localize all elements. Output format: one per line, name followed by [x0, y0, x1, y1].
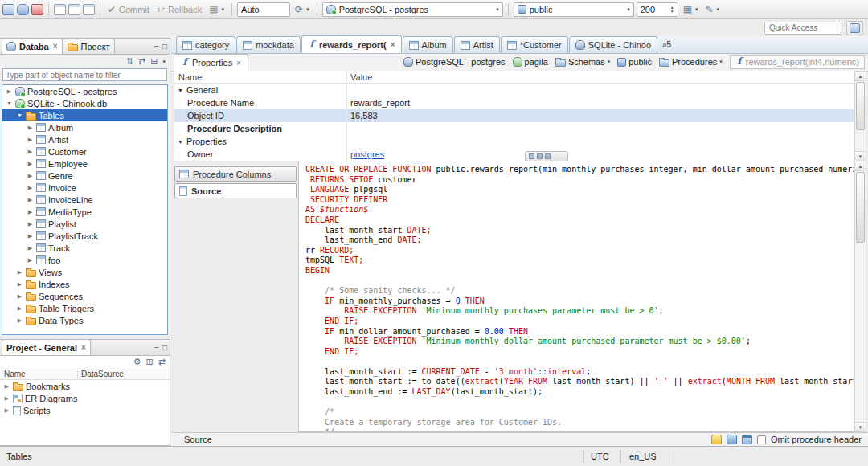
- tree-expand-arrow[interactable]: ▶: [27, 125, 34, 131]
- breadcrumb-item-rewards-report-int4-numeric[interactable]: frewards_report(int4,numeric): [730, 55, 865, 69]
- tree-expand-arrow[interactable]: ▶: [27, 233, 34, 239]
- grid-column-value[interactable]: Value: [346, 72, 372, 82]
- tree-collapse-arrow[interactable]: ▼: [6, 100, 13, 106]
- tree-item-genre[interactable]: ▶Genre: [2, 170, 167, 182]
- close-icon[interactable]: ×: [236, 59, 241, 67]
- tree-item-sequences[interactable]: ▶Sequences: [2, 290, 167, 302]
- rollback-button[interactable]: ↩ Rollback: [154, 2, 204, 18]
- editor-page-label[interactable]: Source: [184, 435, 212, 444]
- tree-collapse-arrow[interactable]: ▼: [16, 112, 23, 118]
- close-icon[interactable]: ×: [81, 343, 86, 352]
- edit-options-dropdown[interactable]: ✎ ▾: [703, 2, 723, 18]
- new-window-icon[interactable]: [2, 4, 14, 15]
- property-row-object-id[interactable]: Object ID16,583: [174, 109, 854, 122]
- editor-tab-rewards-report[interactable]: frewards_report(×: [301, 35, 402, 53]
- link-with-editor-icon[interactable]: ⇄: [138, 56, 145, 67]
- add-icon[interactable]: ⊞: [146, 357, 154, 367]
- tree-expand-arrow[interactable]: ▶: [27, 161, 34, 167]
- scroll-down-icon[interactable]: ▼: [855, 422, 866, 431]
- tree-item-views[interactable]: ▶Views: [2, 266, 167, 278]
- tab-project-general[interactable]: Project - General ×: [2, 339, 91, 355]
- scroll-up-icon[interactable]: ▲: [855, 72, 866, 81]
- grid-column-name[interactable]: Name: [174, 72, 346, 82]
- tree-expand-arrow[interactable]: ▶: [6, 88, 13, 95]
- tree-item-tables[interactable]: ▼Tables: [2, 109, 167, 121]
- tree-expand-arrow[interactable]: ▶: [16, 293, 23, 300]
- save-source-icon[interactable]: [727, 435, 737, 444]
- breadcrumb-item-schemas[interactable]: Schemas▾: [555, 57, 610, 67]
- tree-expand-arrow[interactable]: ▶: [16, 305, 23, 312]
- chevron-down-icon[interactable]: ▾: [719, 59, 723, 65]
- tree-expand-arrow[interactable]: ▶: [27, 197, 34, 203]
- tree-item-playlist[interactable]: ▶Playlist: [2, 218, 167, 230]
- scrollbar-thumb[interactable]: [856, 82, 865, 130]
- project-item-er-diagrams[interactable]: ▶ER Diagrams: [0, 392, 170, 404]
- property-row-properties[interactable]: ▼Properties: [174, 135, 854, 148]
- disconnect-icon[interactable]: [31, 4, 43, 15]
- property-row-procedure-description[interactable]: Procedure Description: [174, 122, 854, 135]
- editor-tab-mockdata[interactable]: mockdata: [236, 36, 301, 53]
- breadcrumb-item-postgresql-postgres[interactable]: PostgreSQL - postgres: [403, 57, 505, 67]
- quick-access-input[interactable]: [764, 22, 841, 35]
- tree-expand-arrow[interactable]: ▶: [3, 383, 10, 390]
- editor-tab-category[interactable]: category: [176, 36, 235, 53]
- timezone-label[interactable]: UTC: [591, 452, 609, 461]
- minimize-icon[interactable]: −: [154, 42, 159, 51]
- new-connection-icon[interactable]: [17, 4, 29, 15]
- project-item-bookmarks[interactable]: ▶Bookmarks: [0, 380, 170, 392]
- group-collapse-arrow[interactable]: ▼: [178, 88, 183, 93]
- tree-expand-arrow[interactable]: ▶: [27, 137, 34, 143]
- tree-item-invoice[interactable]: ▶Invoice: [2, 182, 167, 194]
- group-collapse-arrow[interactable]: ▼: [178, 139, 183, 145]
- fetch-options-dropdown[interactable]: ▦ ▾: [681, 2, 701, 18]
- scroll-up-icon[interactable]: ▲: [855, 161, 866, 171]
- editor-tab-album[interactable]: Album: [403, 36, 453, 53]
- export-source-icon[interactable]: [711, 435, 722, 444]
- source-viewer[interactable]: CREATE OR REPLACE FUNCTION public.reward…: [298, 161, 854, 432]
- chevron-down-icon[interactable]: ▾: [608, 59, 611, 65]
- editor-tab-sqlite-chinoo[interactable]: SQLite - Chinoo: [569, 36, 657, 53]
- recent-sql-icon[interactable]: [83, 4, 95, 15]
- column-datasource[interactable]: DataSource: [78, 370, 124, 378]
- new-sql-editor-icon[interactable]: [54, 4, 66, 15]
- subtab-source[interactable]: Source: [174, 183, 297, 198]
- tree-expand-arrow[interactable]: ▶: [27, 149, 34, 155]
- minimize-icon[interactable]: −: [154, 343, 159, 353]
- object-filter-input[interactable]: [2, 68, 167, 81]
- tree-expand-arrow[interactable]: ▶: [3, 407, 10, 414]
- link-with-editor-icon[interactable]: ⇄: [158, 357, 166, 367]
- datasource-select[interactable]: PostgreSQL - postgres ▾: [322, 2, 503, 17]
- tree-item-track[interactable]: ▶Track: [2, 242, 167, 254]
- editor-tab-customer[interactable]: *Customer: [501, 36, 568, 53]
- editor-tab-artist[interactable]: Artist: [454, 36, 500, 53]
- tree-item-sqlite-chinook-db[interactable]: ▼SQLite - Chinook.db: [2, 97, 167, 109]
- tree-item-postgresql-postgres[interactable]: ▶PostgreSQL - postgres: [2, 85, 167, 97]
- tree-expand-arrow[interactable]: ▶: [16, 281, 23, 288]
- scroll-down-icon[interactable]: ▼: [855, 151, 866, 161]
- tree-expand-arrow[interactable]: ▶: [27, 185, 34, 191]
- fetch-size-stepper[interactable]: ▲▼: [670, 6, 674, 14]
- close-icon[interactable]: ×: [53, 42, 58, 51]
- commit-button[interactable]: ✔ Commit: [105, 2, 152, 18]
- refresh-dropdown[interactable]: ⟳ ▾: [293, 2, 312, 18]
- perspective-button[interactable]: [846, 21, 863, 35]
- tree-expand-arrow[interactable]: ▶: [27, 245, 34, 251]
- property-row-general[interactable]: ▼General: [174, 84, 854, 96]
- schema-select[interactable]: public ▾: [514, 2, 634, 17]
- tree-item-artist[interactable]: ▶Artist: [2, 133, 167, 145]
- tab-properties[interactable]: f Properties ×: [174, 54, 248, 71]
- tree-expand-arrow[interactable]: ▶: [16, 269, 23, 276]
- properties-scrollbar[interactable]: ▲ ▼: [854, 71, 866, 161]
- tree-expand-arrow[interactable]: ▶: [27, 173, 34, 179]
- tree-item-mediatype[interactable]: ▶MediaType: [2, 206, 167, 218]
- gear-icon[interactable]: ⚙: [133, 357, 141, 367]
- subtab-procedure-columns[interactable]: Procedure Columns: [174, 166, 297, 182]
- tree-item-indexes[interactable]: ▶Indexes: [2, 278, 167, 290]
- tree-item-invoiceline[interactable]: ▶InvoiceLine: [2, 194, 167, 206]
- tree-item-data-types[interactable]: ▶Data Types: [2, 314, 167, 326]
- breadcrumb-item-procedures[interactable]: Procedures▾: [659, 57, 723, 67]
- maximize-icon[interactable]: □: [162, 343, 167, 353]
- fetch-size-input[interactable]: 200 ▲▼: [637, 2, 678, 17]
- column-name[interactable]: Name: [0, 370, 78, 378]
- tree-expand-arrow[interactable]: ▶: [27, 209, 34, 215]
